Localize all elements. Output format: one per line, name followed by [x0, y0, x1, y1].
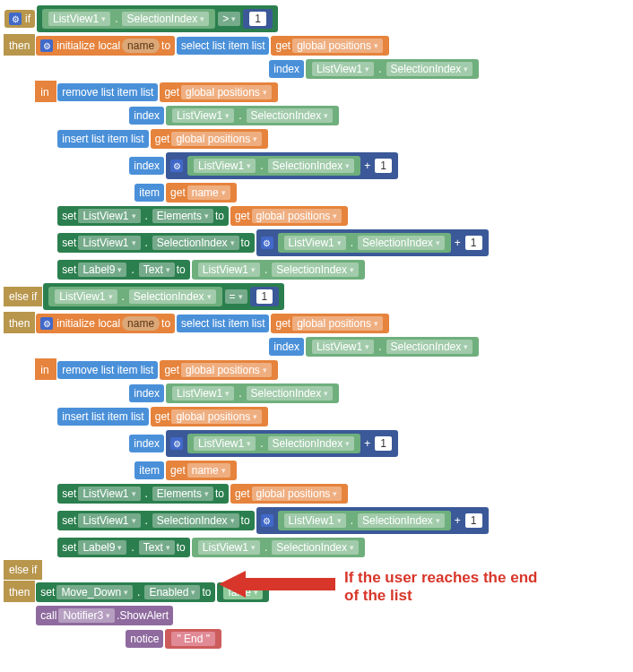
math-add[interactable]: ListView1.SelectionIndex + 1 [166, 152, 398, 179]
gear-icon[interactable] [170, 159, 183, 172]
listview-selectionindex-getter[interactable]: ListView1.SelectionIndex [278, 511, 451, 530]
get-global-positions[interactable]: get global positions [230, 484, 348, 504]
init-local-block[interactable]: initialize localnameto select list item … [35, 35, 390, 56]
gear-icon[interactable] [170, 437, 183, 450]
math-add[interactable]: ListView1.SelectionIndex + 1 [166, 430, 398, 457]
insert-index-label: index [129, 157, 164, 175]
get-global-positions[interactable]: get global positions [151, 129, 268, 149]
insert-item-label: item [134, 184, 164, 202]
operator-eq[interactable]: = [225, 289, 247, 304]
listview-selectionindex-getter[interactable]: ListView1.SelectionIndex [187, 156, 360, 176]
math-add[interactable]: ListView1.SelectionIndex + 1 [256, 507, 489, 534]
set-label9-text[interactable]: set Label9.Text to ListView1.SelectionIn… [56, 537, 366, 558]
gear-icon[interactable] [40, 317, 53, 330]
arrow-icon [219, 571, 335, 598]
condition-compare[interactable]: ListView1.SelectionIndex > 1 [37, 5, 278, 32]
select-list-item[interactable]: select list item list [177, 314, 269, 332]
set-elements[interactable]: set ListView1.Elements to get global pos… [56, 483, 349, 504]
listview-selectionindex-getter[interactable]: ListView1.SelectionIndex [42, 9, 215, 29]
get-global-positions[interactable]: get global positions [160, 82, 277, 102]
insert-list-item[interactable]: insert list item list get global positio… [56, 128, 269, 150]
listview-selectionindex-getter[interactable]: ListView1.SelectionIndex [192, 538, 365, 557]
var-name-pill: name [122, 39, 160, 53]
set-selectionindex[interactable]: set ListView1.SelectionIndex to ListView… [56, 228, 489, 257]
listview-selectionindex-getter[interactable]: ListView1.SelectionIndex [166, 383, 339, 403]
set-elements[interactable]: set ListView1.Elements to get global pos… [56, 205, 349, 227]
elseif-block[interactable]: else if ListView1.SelectionIndex = 1 [4, 282, 629, 311]
elseif-keyword: else if [4, 560, 42, 580]
remove-index-label: index [129, 107, 164, 125]
gear-icon[interactable] [261, 514, 273, 527]
svg-marker-0 [219, 571, 335, 598]
get-name[interactable]: get name [166, 461, 237, 480]
init-local-header: initialize localnameto [36, 36, 175, 56]
annotation-text: If the user reaches the end of the list [344, 569, 542, 605]
elseif-keyword: else if [4, 287, 42, 306]
get-global-positions[interactable]: get global positions [151, 407, 268, 426]
number-1[interactable]: 1 [243, 9, 273, 29]
listview-selectionindex-getter[interactable]: ListView1.SelectionIndex [192, 260, 365, 280]
then-keyword: then [4, 34, 35, 56]
insert-list-item[interactable]: insert list item list get global positio… [56, 406, 269, 427]
listview-selectionindex-getter[interactable]: ListView1.SelectionIndex [187, 434, 360, 453]
get-global-positions[interactable]: get global positions [271, 36, 388, 56]
insert-index-label: index [129, 435, 164, 452]
then-keyword: then [4, 312, 35, 333]
if-keyword: if [4, 10, 35, 28]
blocks-root: if ListView1.SelectionIndex > 1 then ini… [4, 4, 629, 650]
set-selectionindex[interactable]: set ListView1.SelectionIndex to ListView… [56, 506, 489, 535]
listview-selectionindex-getter[interactable]: ListView1.SelectionIndex [166, 106, 339, 125]
condition-compare[interactable]: ListView1.SelectionIndex = 1 [43, 283, 284, 310]
operator-gt[interactable]: > [218, 12, 240, 26]
listview-selectionindex-getter[interactable]: ListView1.SelectionIndex [306, 59, 479, 79]
remove-index-label: index [129, 384, 164, 402]
remove-list-item[interactable]: remove list item list get global positio… [56, 82, 278, 103]
init-local-header: initialize localnameto [36, 314, 175, 333]
gear-icon[interactable] [40, 39, 53, 52]
select-index-label: index [269, 338, 304, 356]
string-end[interactable]: " End " [165, 629, 221, 649]
in-keyword: in [35, 358, 56, 380]
remove-list-item[interactable]: remove list item list get global positio… [56, 359, 278, 381]
select-index-label: index [269, 60, 304, 78]
listview-selectionindex-getter[interactable]: ListView1.SelectionIndex [48, 287, 221, 306]
set-label9-text[interactable]: set Label9.Text to ListView1.SelectionIn… [56, 259, 366, 280]
if-block[interactable]: if ListView1.SelectionIndex > 1 [4, 4, 629, 33]
get-global-positions[interactable]: get global positions [230, 206, 348, 226]
notice-label: notice [126, 630, 163, 648]
gear-icon[interactable] [9, 13, 22, 25]
math-add[interactable]: ListView1.SelectionIndex + 1 [256, 229, 489, 256]
get-name[interactable]: get name [166, 183, 237, 202]
insert-item-label: item [134, 461, 164, 479]
get-global-positions[interactable]: get global positions [160, 360, 277, 380]
then-keyword: then [4, 581, 35, 602]
gear-icon[interactable] [261, 237, 273, 249]
listview-selectionindex-getter[interactable]: ListView1.SelectionIndex [278, 233, 451, 253]
listview-selectionindex-getter[interactable]: ListView1.SelectionIndex [306, 337, 479, 357]
select-list-item[interactable]: select list item list [177, 37, 269, 55]
get-global-positions[interactable]: get global positions [271, 314, 388, 333]
call-notifier-showalert[interactable]: call Notifier3.ShowAlert [35, 605, 174, 626]
init-local-block[interactable]: initialize localnameto select list item … [35, 313, 390, 334]
number-1[interactable]: 1 [250, 287, 280, 306]
in-keyword: in [35, 81, 56, 102]
